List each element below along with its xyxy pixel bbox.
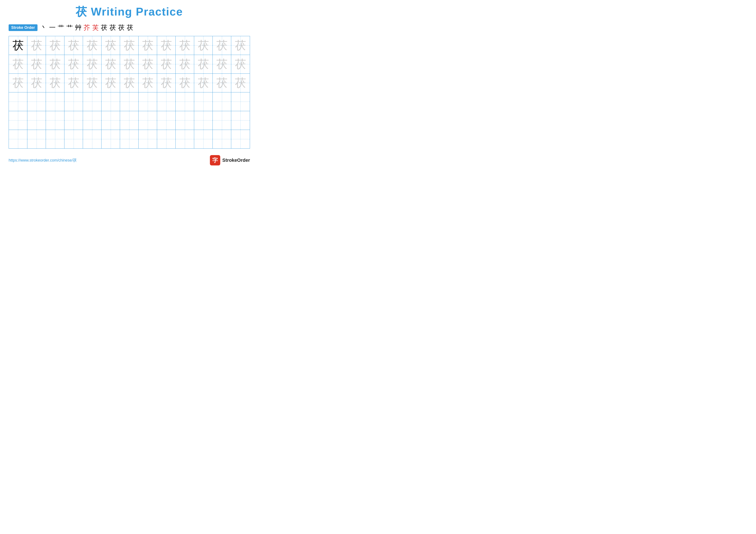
- cell-character: 茯: [68, 57, 79, 72]
- grid-cell: [9, 130, 27, 148]
- cell-character: 茯: [87, 75, 98, 90]
- grid-cell: 茯: [9, 36, 27, 55]
- footer: https://www.strokeorder.com/chinese/茯 字 …: [9, 155, 250, 165]
- grid-cell: 茯: [194, 36, 213, 55]
- cell-character: 茯: [124, 38, 135, 53]
- grid-cell: 茯: [231, 36, 250, 55]
- practice-grid: 茯茯茯茯茯茯茯茯茯茯茯茯茯茯茯茯茯茯茯茯茯茯茯茯茯茯茯茯茯茯茯茯茯茯茯茯茯茯茯: [9, 36, 250, 149]
- stroke-order-badge: Stroke Order: [9, 24, 38, 31]
- grid-cell: [213, 130, 231, 148]
- stroke-char: 一: [49, 23, 56, 32]
- grid-cell: 茯: [65, 74, 83, 92]
- cell-character: 茯: [142, 57, 153, 72]
- grid-cell: 茯: [231, 74, 250, 92]
- grid-cell: 茯: [101, 55, 120, 73]
- grid-cell: [101, 92, 120, 111]
- grid-cell: 茯: [101, 74, 120, 92]
- grid-row: [9, 92, 250, 111]
- grid-cell: 茯: [65, 36, 83, 55]
- grid-cell: [194, 92, 213, 111]
- grid-cell: 茯: [139, 55, 157, 73]
- grid-cell: 茯: [27, 74, 46, 92]
- stroke-char: 茯: [109, 23, 116, 32]
- cell-character: 茯: [50, 38, 61, 53]
- cell-character: 茯: [142, 75, 153, 90]
- grid-cell: [139, 130, 157, 148]
- grid-cell: 茯: [46, 55, 65, 73]
- cell-character: 茯: [179, 38, 191, 53]
- grid-cell: [83, 111, 101, 130]
- cell-character: 茯: [13, 38, 24, 53]
- grid-cell: [213, 92, 231, 111]
- grid-cell: [176, 92, 194, 111]
- grid-cell: 茯: [120, 74, 139, 92]
- grid-cell: [194, 130, 213, 148]
- grid-cell: [157, 111, 176, 130]
- grid-cell: [27, 130, 46, 148]
- grid-cell: [27, 92, 46, 111]
- cell-character: 茯: [31, 38, 42, 53]
- cell-character: 茯: [161, 57, 172, 72]
- grid-cell: [120, 130, 139, 148]
- grid-cell: [65, 111, 83, 130]
- cell-character: 茯: [161, 38, 172, 53]
- grid-cell: 茯: [27, 55, 46, 73]
- page-title: 茯 Writing Practice: [9, 4, 250, 19]
- stroke-char: 芥: [84, 23, 90, 32]
- footer-url[interactable]: https://www.strokeorder.com/chinese/茯: [9, 158, 77, 163]
- cell-character: 茯: [142, 38, 153, 53]
- stroke-char: 丶: [40, 23, 47, 32]
- cell-character: 茯: [216, 38, 228, 53]
- grid-row: 茯茯茯茯茯茯茯茯茯茯茯茯茯: [9, 36, 250, 55]
- grid-cell: 茯: [83, 74, 101, 92]
- grid-cell: 茯: [176, 55, 194, 73]
- grid-cell: [83, 130, 101, 148]
- cell-character: 茯: [235, 57, 246, 72]
- grid-cell: 茯: [139, 36, 157, 55]
- grid-cell: 茯: [157, 36, 176, 55]
- grid-cell: 茯: [194, 55, 213, 73]
- cell-character: 茯: [198, 75, 209, 90]
- logo-icon: 字: [210, 155, 220, 165]
- cell-character: 茯: [87, 38, 98, 53]
- grid-cell: [46, 92, 65, 111]
- grid-cell: 茯: [120, 55, 139, 73]
- stroke-char: ⺾: [58, 23, 64, 32]
- cell-character: 茯: [105, 38, 116, 53]
- grid-cell: [46, 111, 65, 130]
- cell-character: 茯: [50, 75, 61, 90]
- grid-cell: [65, 92, 83, 111]
- grid-cell: [231, 130, 250, 148]
- stroke-char: 茯: [127, 23, 133, 32]
- grid-cell: 茯: [176, 74, 194, 92]
- grid-cell: [9, 111, 27, 130]
- cell-character: 茯: [216, 75, 228, 90]
- cell-character: 茯: [235, 38, 246, 53]
- grid-cell: [194, 111, 213, 130]
- grid-row: 茯茯茯茯茯茯茯茯茯茯茯茯茯: [9, 74, 250, 92]
- grid-cell: [101, 111, 120, 130]
- logo-text: StrokeOrder: [222, 158, 250, 163]
- footer-logo: 字 StrokeOrder: [210, 155, 250, 165]
- grid-cell: [176, 111, 194, 130]
- grid-cell: [139, 111, 157, 130]
- stroke-char: 艸: [75, 23, 81, 32]
- grid-cell: [120, 111, 139, 130]
- grid-cell: [157, 92, 176, 111]
- grid-cell: 茯: [46, 74, 65, 92]
- grid-cell: 茯: [213, 36, 231, 55]
- cell-character: 茯: [198, 57, 209, 72]
- cell-character: 茯: [105, 75, 116, 90]
- cell-character: 茯: [124, 75, 135, 90]
- grid-cell: 茯: [139, 74, 157, 92]
- cell-character: 茯: [50, 57, 61, 72]
- grid-cell: 茯: [157, 74, 176, 92]
- stroke-order-row: Stroke Order 丶一⺾艹艸芥芙茯茯茯茯: [9, 23, 250, 32]
- cell-character: 茯: [124, 57, 135, 72]
- grid-cell: 茯: [157, 55, 176, 73]
- grid-cell: [83, 92, 101, 111]
- cell-character: 茯: [68, 38, 79, 53]
- grid-cell: 茯: [65, 55, 83, 73]
- grid-cell: 茯: [83, 36, 101, 55]
- cell-character: 茯: [179, 75, 191, 90]
